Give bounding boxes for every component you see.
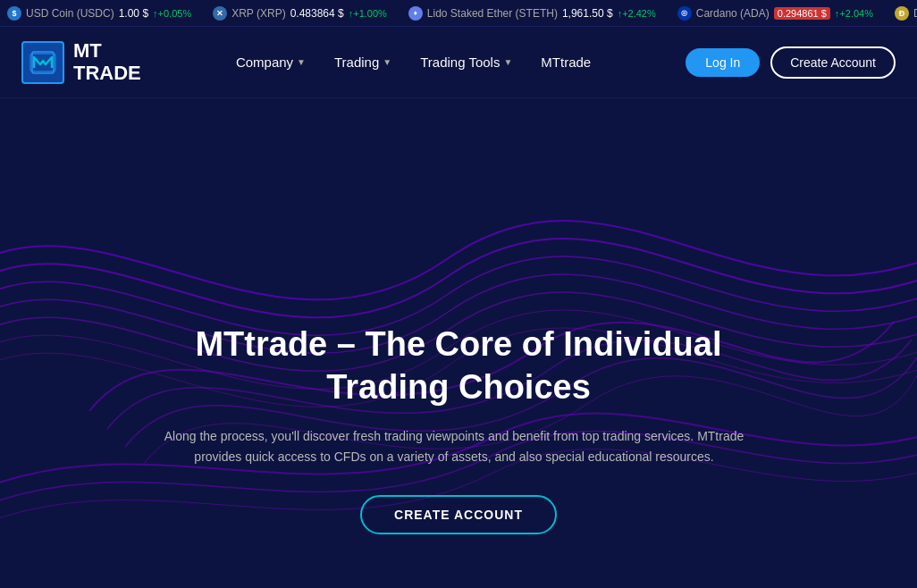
ada-icon: ◎ xyxy=(677,6,692,21)
ticker-item-doge: Ð Doge xyxy=(895,6,917,21)
ticker-item-steth: ♦ Lido Staked Ether (STETH) 1,961.50 $ ↑… xyxy=(408,6,656,21)
logo-area: MT TRADE xyxy=(21,40,141,83)
ticker-item-usdc: $ USD Coin (USDC) 1.00 $ ↑+0.05% xyxy=(7,6,191,21)
ticker-bar: $ USD Coin (USDC) 1.00 $ ↑+0.05% ✕ XRP (… xyxy=(0,0,917,27)
hero-subtitle: Along the process, you'll discover fresh… xyxy=(141,426,767,466)
logo-box xyxy=(21,41,64,84)
ticker-price: 0.294861 $ xyxy=(774,7,830,20)
ticker-name: XRP (XRP) xyxy=(231,7,285,20)
nav-mttrade[interactable]: MTtrade xyxy=(541,55,591,70)
logo-text: MT TRADE xyxy=(73,40,141,83)
create-account-button[interactable]: Create Account xyxy=(770,46,896,79)
trading-dropdown-arrow: ▼ xyxy=(383,57,391,67)
ticker-item-ada: ◎ Cardano (ADA) 0.294861 $ ↑+2.04% xyxy=(677,6,873,21)
company-dropdown-arrow: ▼ xyxy=(297,57,306,67)
ticker-name: Lido Staked Ether (STETH) xyxy=(427,7,558,20)
ticker-item-xrp: ✕ XRP (XRP) 0.483864 $ ↑+1.00% xyxy=(213,6,387,21)
usdc-icon: $ xyxy=(7,6,21,21)
ticker-name: Cardano (ADA) xyxy=(696,7,770,20)
ticker-change: ↑+0.05% xyxy=(153,8,191,19)
navbar: MT TRADE Company ▼ Trading ▼ Trading Too… xyxy=(0,27,917,98)
steth-icon: ♦ xyxy=(408,6,423,21)
ticker-name: USD Coin (USDC) xyxy=(26,7,114,20)
nav-links: Company ▼ Trading ▼ Trading Tools ▼ MTtr… xyxy=(236,55,591,70)
login-button[interactable]: Log In xyxy=(686,48,760,77)
hero-content: MTtrade – The Core of Individual Trading… xyxy=(123,323,794,534)
hero-title: MTtrade – The Core of Individual Trading… xyxy=(141,323,776,408)
ticker-change: ↑+1.00% xyxy=(349,8,387,19)
xrp-icon: ✕ xyxy=(213,6,227,21)
ticker-price: 0.483864 $ xyxy=(290,7,344,20)
ticker-name: Doge xyxy=(913,7,917,20)
hero-section: MTtrade – The Core of Individual Trading… xyxy=(0,98,917,588)
cta-create-account-button[interactable]: CREATE ACCOUNT xyxy=(360,495,557,534)
logo-svg xyxy=(29,48,57,77)
nav-company[interactable]: Company ▼ xyxy=(236,55,306,70)
nav-trading[interactable]: Trading ▼ xyxy=(334,55,391,70)
trading-tools-dropdown-arrow: ▼ xyxy=(503,57,512,67)
ticker-price: 1,961.50 $ xyxy=(562,7,613,20)
ticker-price: 1.00 $ xyxy=(119,7,148,20)
nav-buttons: Log In Create Account xyxy=(686,46,896,79)
doge-icon: Ð xyxy=(895,6,909,21)
ticker-change: ↑+2.04% xyxy=(835,8,873,19)
nav-trading-tools[interactable]: Trading Tools ▼ xyxy=(420,55,512,70)
ticker-change: ↑+2.42% xyxy=(618,8,656,19)
